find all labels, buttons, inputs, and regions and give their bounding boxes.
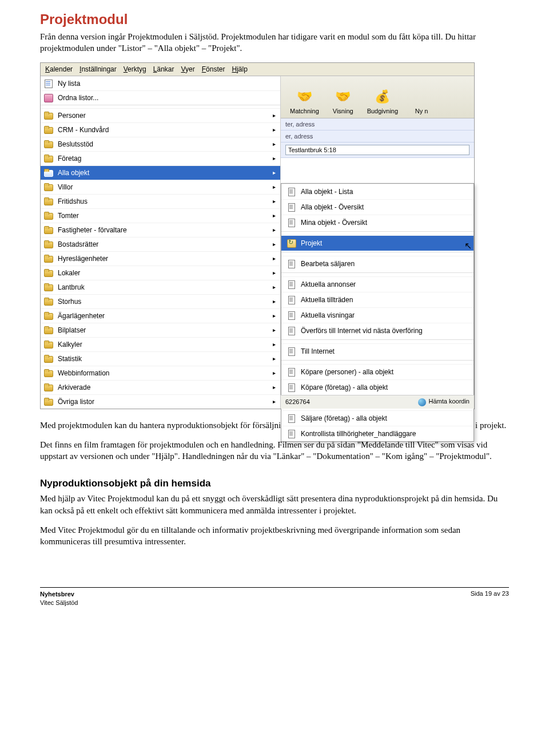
menu-vyer[interactable]: Vyer <box>179 64 197 74</box>
menu-item-tomter[interactable]: Tomter▸ <box>41 208 280 223</box>
menu-item-fastigheter-förvaltare[interactable]: Fastigheter - förvaltare▸ <box>41 223 280 237</box>
intro-paragraph: Från denna version ingår Projektmodulen … <box>40 31 509 54</box>
menu-item-crm-kundvård[interactable]: CRM - Kundvård▸ <box>41 122 280 137</box>
menu-item-lokaler[interactable]: Lokaler▸ <box>41 266 280 280</box>
globe-icon <box>418 398 426 406</box>
menu-item-villor[interactable]: Villor▸ <box>41 180 280 194</box>
folder-icon <box>44 369 53 377</box>
submenu-aktuella-annonser[interactable]: Aktuella annonser <box>281 276 474 292</box>
submenu-aktuella-tillträden[interactable]: Aktuella tillträden <box>281 292 474 307</box>
document-icon <box>287 311 296 319</box>
toolbar-icon <box>412 87 431 106</box>
menu-länkar[interactable]: Länkar <box>151 64 177 74</box>
chevron-right-icon: ▸ <box>273 384 276 390</box>
cursor-icon: ↖ <box>464 240 472 251</box>
folder-icon <box>44 226 53 234</box>
toolbar-visning[interactable]: 🤝Visning <box>333 87 353 114</box>
folder-icon <box>44 197 53 205</box>
menu-item-alla-objekt[interactable]: Alla objekt▸ <box>41 165 280 180</box>
submenu-överförs-till-internet-vid-nästa-överföring[interactable]: Överförs till Internet vid nästa överför… <box>281 323 474 338</box>
menu-item-statistik[interactable]: Statistik▸ <box>41 351 280 366</box>
coord-value: 6226764 <box>285 398 310 405</box>
chevron-right-icon: ▸ <box>273 212 276 219</box>
chevron-right-icon: ▸ <box>273 255 276 262</box>
menu-item-kalkyler[interactable]: Kalkyler▸ <box>41 337 280 351</box>
submenu-alla-objekt-lista[interactable]: Alla objekt - Lista <box>281 184 474 199</box>
toolbar[interactable]: 🤝Matchning🤝Visning💰BudgivningNy n <box>281 76 474 118</box>
document-icon <box>287 430 296 438</box>
menu-item-övriga-listor[interactable]: Övriga listor▸ <box>41 394 280 409</box>
search-area: ter, adress er, adress <box>281 118 474 158</box>
toolbar-ny n[interactable]: Ny n <box>412 87 431 114</box>
submenu-alla-objekt-översikt[interactable]: Alla objekt - Översikt <box>281 199 474 215</box>
chevron-right-icon: ▸ <box>273 341 276 347</box>
menu-kalender[interactable]: Kalender <box>43 64 75 74</box>
submenu-till-internet[interactable]: Till Internet <box>281 343 474 359</box>
submenu-köpare-personer-alla-objekt[interactable]: Köpare (personer) - alla objekt <box>281 364 474 379</box>
menu-inställningar[interactable]: Inställningar <box>77 64 119 74</box>
toolbar-budgivning[interactable]: 💰Budgivning <box>367 87 398 114</box>
page-title: Projektmodul <box>40 11 509 27</box>
folder-icon <box>44 255 53 263</box>
menu-item-storhus[interactable]: Storhus▸ <box>41 294 280 308</box>
chevron-right-icon: ▸ <box>273 398 276 405</box>
toolbar-icon: 💰 <box>373 87 392 106</box>
menu-item-lantbruk[interactable]: Lantbruk▸ <box>41 280 280 294</box>
submenu-köpare-företag-alla-objekt[interactable]: Köpare (företag) - alla objekt <box>281 379 474 395</box>
footer-title: Nyhetsbrev <box>40 591 74 597</box>
submenu-bearbeta-säljaren[interactable]: Bearbeta säljaren <box>281 256 474 271</box>
submenu-aktuella-visningar[interactable]: Aktuella visningar <box>281 307 474 323</box>
menubar[interactable]: KalenderInställningarVerktygLänkarVyerFö… <box>41 63 474 76</box>
document-icon <box>287 327 296 335</box>
search-suffix-2: er, adress <box>285 133 319 140</box>
org-icon <box>44 94 53 102</box>
menu-item-bilplatser[interactable]: Bilplatser▸ <box>41 323 280 337</box>
toolbar-icon: 🤝 <box>333 87 353 106</box>
project-icon <box>287 239 296 247</box>
menu-item-webbinformation[interactable]: Webbinformation▸ <box>41 366 280 380</box>
folder-icon <box>44 398 53 406</box>
submenu-projekt[interactable]: Projekt <box>281 235 474 251</box>
document-icon <box>287 203 296 211</box>
submenu-säljare-företag-alla-objekt[interactable]: Säljare (företag) - alla objekt <box>281 410 474 426</box>
chevron-right-icon: ▸ <box>273 141 276 147</box>
document-icon <box>287 296 296 304</box>
chevron-right-icon: ▸ <box>273 355 276 362</box>
chevron-right-icon: ▸ <box>273 184 276 190</box>
submenu-mina-objekt-översikt[interactable]: Mina objekt - Översikt <box>281 215 474 230</box>
menu-item-hyreslägenheter[interactable]: Hyreslägenheter▸ <box>41 251 280 266</box>
folder-icon <box>44 312 53 320</box>
menu-item-ny-lista[interactable]: Ny lista <box>41 76 280 90</box>
chevron-right-icon: ▸ <box>273 298 276 304</box>
fetch-coord-link[interactable]: Hämta koordin <box>428 398 470 405</box>
menu-hjälp[interactable]: Hjälp <box>229 64 249 74</box>
document-icon <box>287 280 296 288</box>
chevron-right-icon: ▸ <box>273 227 276 233</box>
list-icon <box>44 80 53 88</box>
chevron-right-icon: ▸ <box>273 241 276 247</box>
document-icon <box>287 383 296 391</box>
menu-item-företag[interactable]: Företag▸ <box>41 151 280 165</box>
listor-menu[interactable]: Ny listaOrdna listor...Personer▸CRM - Ku… <box>41 76 281 409</box>
menu-item-ägarlägenheter[interactable]: Ägarlägenheter▸ <box>41 308 280 323</box>
chevron-right-icon: ▸ <box>273 155 276 161</box>
menu-fönster[interactable]: Fönster <box>200 64 228 74</box>
menu-item-ordna-listor-[interactable]: Ordna listor... <box>41 90 280 105</box>
folder-icon <box>44 383 53 391</box>
folder-icon <box>44 341 53 349</box>
document-icon <box>287 219 296 227</box>
menu-item-personer[interactable]: Personer▸ <box>41 108 280 122</box>
page-number: Sida 19 av 23 <box>471 590 509 607</box>
menu-item-bostadsrätter[interactable]: Bostadsrätter▸ <box>41 237 280 251</box>
document-icon <box>287 414 296 422</box>
toolbar-matchning[interactable]: 🤝Matchning <box>290 87 319 114</box>
submenu-kontrollista-tillhörigheter-handläggare[interactable]: Kontrollista tillhörigheter_handläggare <box>281 426 474 441</box>
menu-item-beslutsstöd[interactable]: Beslutsstöd▸ <box>41 137 280 151</box>
body-paragraph: Med Vitec Projektmodul gör du en tilltal… <box>40 524 509 548</box>
folder-icon <box>44 326 53 334</box>
search-input[interactable] <box>285 145 470 155</box>
menu-verktyg[interactable]: Verktyg <box>121 64 149 74</box>
menu-item-arkiverade[interactable]: Arkiverade▸ <box>41 380 280 394</box>
chevron-right-icon: ▸ <box>273 198 276 204</box>
menu-item-fritidshus[interactable]: Fritidshus▸ <box>41 194 280 208</box>
